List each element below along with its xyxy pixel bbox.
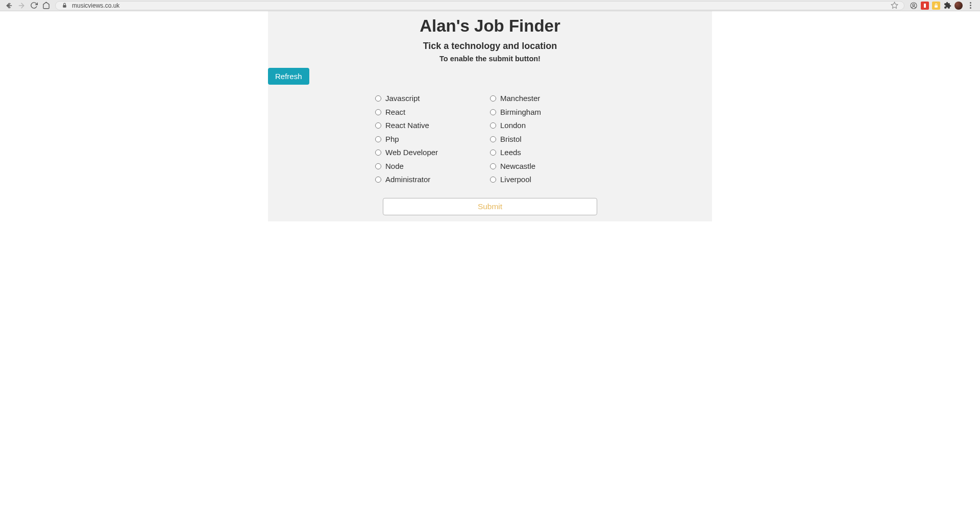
option-label: Php: [385, 134, 399, 145]
option-label: Manchester: [500, 93, 540, 105]
sub-subtitle: To enable the submit button!: [268, 55, 712, 63]
option-label: Web Developer: [385, 147, 438, 159]
option-label: Leeds: [500, 147, 521, 159]
option-row: Leeds: [490, 146, 605, 160]
browser-menu-icon[interactable]: [966, 2, 975, 9]
option-row: Bristol: [490, 133, 605, 146]
option-row: Birmingham: [490, 106, 605, 119]
svg-point-6: [913, 4, 915, 6]
option-row: Web Developer: [375, 146, 490, 160]
reload-button[interactable]: [28, 0, 40, 11]
puzzle-icon[interactable]: [943, 2, 951, 10]
address-bar[interactable]: musicviews.co.uk: [55, 1, 904, 10]
page-title: Alan's Job Finder: [268, 11, 712, 36]
radio-location[interactable]: [490, 122, 496, 129]
subtitle: Tick a technology and location: [268, 41, 712, 52]
extension-icon-1[interactable]: [921, 2, 929, 10]
browser-toolbar: musicviews.co.uk: [0, 0, 980, 11]
radio-location[interactable]: [490, 163, 496, 169]
option-row: Node: [375, 160, 490, 173]
radio-technology[interactable]: [375, 177, 381, 183]
svg-marker-4: [891, 2, 898, 8]
viewport: Alan's Job Finder Tick a technology and …: [0, 11, 980, 221]
radio-technology[interactable]: [375, 149, 381, 156]
bookmark-star-icon[interactable]: [891, 2, 899, 10]
option-row: Javascript: [375, 92, 490, 106]
radio-technology[interactable]: [375, 95, 381, 102]
lock-icon: [61, 2, 68, 9]
submit-row: Submit: [268, 198, 712, 215]
radio-location[interactable]: [490, 149, 496, 156]
back-button[interactable]: [3, 0, 15, 11]
option-label: Javascript: [385, 93, 420, 105]
radio-technology[interactable]: [375, 122, 381, 129]
option-label: Newcastle: [500, 161, 535, 172]
radio-location[interactable]: [490, 95, 496, 102]
submit-button[interactable]: Submit: [383, 198, 597, 215]
radio-technology[interactable]: [375, 109, 381, 115]
refresh-row: Refresh: [268, 63, 712, 85]
option-label: Bristol: [500, 134, 522, 145]
url-text: musicviews.co.uk: [72, 2, 891, 9]
main-content: Alan's Job Finder Tick a technology and …: [268, 11, 712, 221]
svg-rect-3: [63, 5, 66, 8]
option-row: React: [375, 106, 490, 119]
option-row: Administrator: [375, 173, 490, 187]
radio-location[interactable]: [490, 177, 496, 183]
option-row: London: [490, 119, 605, 133]
forward-button[interactable]: [15, 0, 28, 11]
radio-technology[interactable]: [375, 136, 381, 142]
option-row: Newcastle: [490, 160, 605, 173]
refresh-button[interactable]: Refresh: [268, 68, 309, 85]
profile-avatar-icon[interactable]: [954, 2, 963, 10]
option-label: London: [500, 120, 526, 132]
options-row: Javascript React React Native Php Web De…: [268, 92, 712, 187]
option-row: React Native: [375, 119, 490, 133]
radio-location[interactable]: [490, 109, 496, 115]
extension-icons: [908, 2, 977, 10]
extension-icon-2[interactable]: [932, 2, 940, 10]
option-label: Birmingham: [500, 107, 541, 118]
option-label: React Native: [385, 120, 429, 132]
option-label: Administrator: [385, 174, 430, 186]
location-column: Manchester Birmingham London Bristol Lee…: [490, 92, 605, 187]
account-circle-icon[interactable]: [910, 2, 918, 10]
option-row: Liverpool: [490, 173, 605, 187]
radio-location[interactable]: [490, 136, 496, 142]
option-row: Php: [375, 133, 490, 146]
option-label: Node: [385, 161, 404, 172]
option-label: React: [385, 107, 405, 118]
radio-technology[interactable]: [375, 163, 381, 169]
option-row: Manchester: [490, 92, 605, 106]
home-button[interactable]: [40, 0, 52, 11]
svg-rect-7: [924, 4, 926, 8]
option-label: Liverpool: [500, 174, 531, 186]
svg-rect-8: [935, 5, 938, 7]
technology-column: Javascript React React Native Php Web De…: [375, 92, 490, 187]
